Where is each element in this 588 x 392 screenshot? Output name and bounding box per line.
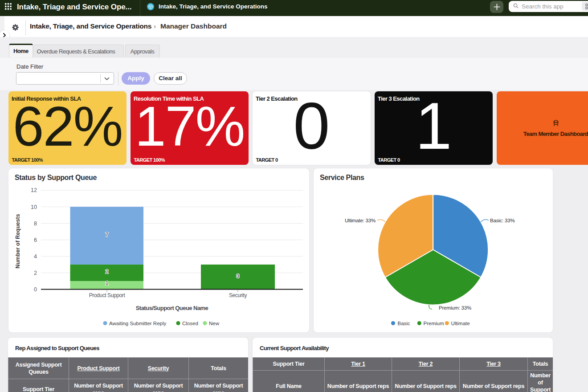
svg-text:10: 10	[31, 204, 37, 210]
svg-text:4: 4	[34, 253, 37, 260]
svg-text:Closed: Closed	[182, 321, 198, 326]
svg-text:2: 2	[34, 270, 37, 276]
svg-text:Security: Security	[229, 292, 247, 298]
svg-text:Status/Support Queue Name: Status/Support Queue Name	[136, 305, 208, 311]
svg-text:8: 8	[34, 220, 37, 227]
svg-text:Basic: 33%: Basic: 33%	[490, 218, 515, 223]
svg-text:Premium: 33%: Premium: 33%	[439, 305, 471, 310]
svg-text:6: 6	[34, 237, 37, 243]
svg-text:1: 1	[106, 280, 109, 286]
svg-text:Awaiting Submitter Reply: Awaiting Submitter Reply	[109, 321, 167, 326]
svg-text:3: 3	[237, 273, 240, 279]
svg-text:Number of Requests: Number of Requests	[15, 214, 21, 268]
svg-text:0: 0	[34, 286, 37, 293]
svg-text:7: 7	[106, 232, 109, 238]
svg-text:2: 2	[106, 269, 109, 275]
svg-text:Product Support: Product Support	[89, 292, 126, 298]
svg-text:12: 12	[31, 187, 37, 193]
svg-text:New: New	[209, 321, 220, 326]
svg-text:Ultimate: 33%: Ultimate: 33%	[345, 218, 376, 223]
svg-text:Ultimate: Ultimate	[451, 321, 470, 326]
svg-text:Premium: Premium	[424, 321, 444, 326]
svg-text:Basic: Basic	[398, 321, 410, 326]
